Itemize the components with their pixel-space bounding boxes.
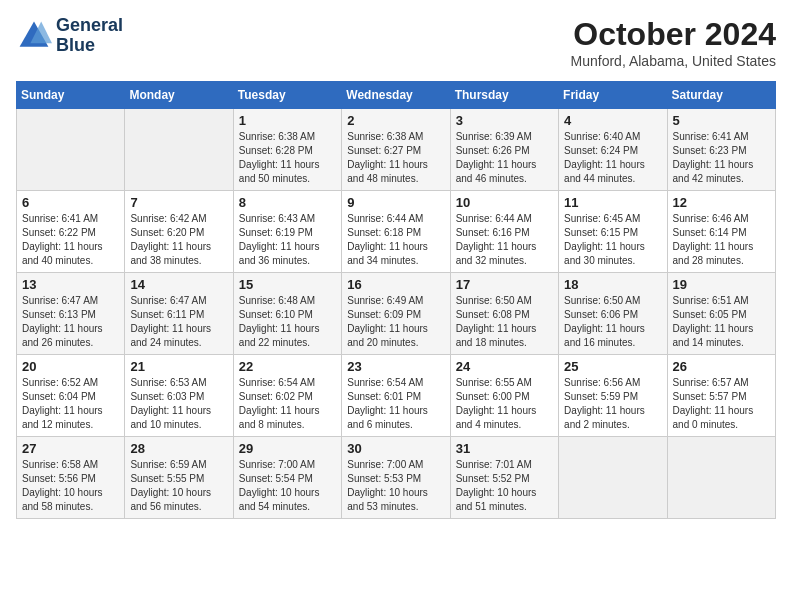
calendar-cell: 7Sunrise: 6:42 AMSunset: 6:20 PMDaylight… bbox=[125, 191, 233, 273]
day-detail: Sunrise: 6:41 AMSunset: 6:23 PMDaylight:… bbox=[673, 130, 770, 186]
day-number: 31 bbox=[456, 441, 553, 456]
weekday-header: Wednesday bbox=[342, 82, 450, 109]
day-number: 19 bbox=[673, 277, 770, 292]
day-number: 5 bbox=[673, 113, 770, 128]
day-number: 17 bbox=[456, 277, 553, 292]
calendar-cell: 20Sunrise: 6:52 AMSunset: 6:04 PMDayligh… bbox=[17, 355, 125, 437]
weekday-header: Saturday bbox=[667, 82, 775, 109]
day-detail: Sunrise: 6:42 AMSunset: 6:20 PMDaylight:… bbox=[130, 212, 227, 268]
day-number: 21 bbox=[130, 359, 227, 374]
day-number: 3 bbox=[456, 113, 553, 128]
day-detail: Sunrise: 6:57 AMSunset: 5:57 PMDaylight:… bbox=[673, 376, 770, 432]
day-detail: Sunrise: 7:00 AMSunset: 5:54 PMDaylight:… bbox=[239, 458, 336, 514]
day-number: 6 bbox=[22, 195, 119, 210]
day-number: 11 bbox=[564, 195, 661, 210]
day-number: 2 bbox=[347, 113, 444, 128]
day-detail: Sunrise: 7:01 AMSunset: 5:52 PMDaylight:… bbox=[456, 458, 553, 514]
calendar-cell: 1Sunrise: 6:38 AMSunset: 6:28 PMDaylight… bbox=[233, 109, 341, 191]
day-detail: Sunrise: 7:00 AMSunset: 5:53 PMDaylight:… bbox=[347, 458, 444, 514]
day-detail: Sunrise: 6:47 AMSunset: 6:13 PMDaylight:… bbox=[22, 294, 119, 350]
day-detail: Sunrise: 6:38 AMSunset: 6:28 PMDaylight:… bbox=[239, 130, 336, 186]
calendar-cell bbox=[125, 109, 233, 191]
day-number: 24 bbox=[456, 359, 553, 374]
calendar-cell: 9Sunrise: 6:44 AMSunset: 6:18 PMDaylight… bbox=[342, 191, 450, 273]
day-number: 27 bbox=[22, 441, 119, 456]
logo-text: General Blue bbox=[56, 16, 123, 56]
logo-icon bbox=[16, 18, 52, 54]
day-detail: Sunrise: 6:54 AMSunset: 6:01 PMDaylight:… bbox=[347, 376, 444, 432]
day-detail: Sunrise: 6:59 AMSunset: 5:55 PMDaylight:… bbox=[130, 458, 227, 514]
calendar-cell bbox=[17, 109, 125, 191]
day-number: 4 bbox=[564, 113, 661, 128]
day-detail: Sunrise: 6:51 AMSunset: 6:05 PMDaylight:… bbox=[673, 294, 770, 350]
calendar-header: SundayMondayTuesdayWednesdayThursdayFrid… bbox=[17, 82, 776, 109]
day-number: 1 bbox=[239, 113, 336, 128]
calendar-cell: 16Sunrise: 6:49 AMSunset: 6:09 PMDayligh… bbox=[342, 273, 450, 355]
day-detail: Sunrise: 6:58 AMSunset: 5:56 PMDaylight:… bbox=[22, 458, 119, 514]
calendar-cell: 28Sunrise: 6:59 AMSunset: 5:55 PMDayligh… bbox=[125, 437, 233, 519]
day-detail: Sunrise: 6:53 AMSunset: 6:03 PMDaylight:… bbox=[130, 376, 227, 432]
day-detail: Sunrise: 6:56 AMSunset: 5:59 PMDaylight:… bbox=[564, 376, 661, 432]
calendar-table: SundayMondayTuesdayWednesdayThursdayFrid… bbox=[16, 81, 776, 519]
calendar-cell: 3Sunrise: 6:39 AMSunset: 6:26 PMDaylight… bbox=[450, 109, 558, 191]
calendar-cell: 19Sunrise: 6:51 AMSunset: 6:05 PMDayligh… bbox=[667, 273, 775, 355]
calendar-cell: 10Sunrise: 6:44 AMSunset: 6:16 PMDayligh… bbox=[450, 191, 558, 273]
calendar-week-row: 1Sunrise: 6:38 AMSunset: 6:28 PMDaylight… bbox=[17, 109, 776, 191]
calendar-cell: 29Sunrise: 7:00 AMSunset: 5:54 PMDayligh… bbox=[233, 437, 341, 519]
day-number: 26 bbox=[673, 359, 770, 374]
day-detail: Sunrise: 6:50 AMSunset: 6:08 PMDaylight:… bbox=[456, 294, 553, 350]
calendar-cell bbox=[559, 437, 667, 519]
calendar-cell: 11Sunrise: 6:45 AMSunset: 6:15 PMDayligh… bbox=[559, 191, 667, 273]
day-number: 29 bbox=[239, 441, 336, 456]
day-number: 10 bbox=[456, 195, 553, 210]
weekday-header: Sunday bbox=[17, 82, 125, 109]
day-number: 7 bbox=[130, 195, 227, 210]
day-detail: Sunrise: 6:45 AMSunset: 6:15 PMDaylight:… bbox=[564, 212, 661, 268]
weekday-header: Monday bbox=[125, 82, 233, 109]
calendar-cell: 5Sunrise: 6:41 AMSunset: 6:23 PMDaylight… bbox=[667, 109, 775, 191]
calendar-title: October 2024 bbox=[571, 16, 776, 53]
day-detail: Sunrise: 6:44 AMSunset: 6:16 PMDaylight:… bbox=[456, 212, 553, 268]
day-number: 25 bbox=[564, 359, 661, 374]
calendar-subtitle: Munford, Alabama, United States bbox=[571, 53, 776, 69]
weekday-header: Tuesday bbox=[233, 82, 341, 109]
day-detail: Sunrise: 6:49 AMSunset: 6:09 PMDaylight:… bbox=[347, 294, 444, 350]
calendar-cell: 26Sunrise: 6:57 AMSunset: 5:57 PMDayligh… bbox=[667, 355, 775, 437]
weekday-row: SundayMondayTuesdayWednesdayThursdayFrid… bbox=[17, 82, 776, 109]
day-number: 9 bbox=[347, 195, 444, 210]
calendar-cell: 8Sunrise: 6:43 AMSunset: 6:19 PMDaylight… bbox=[233, 191, 341, 273]
day-detail: Sunrise: 6:38 AMSunset: 6:27 PMDaylight:… bbox=[347, 130, 444, 186]
calendar-week-row: 20Sunrise: 6:52 AMSunset: 6:04 PMDayligh… bbox=[17, 355, 776, 437]
title-block: October 2024 Munford, Alabama, United St… bbox=[571, 16, 776, 69]
page-header: General Blue October 2024 Munford, Alaba… bbox=[16, 16, 776, 69]
day-detail: Sunrise: 6:54 AMSunset: 6:02 PMDaylight:… bbox=[239, 376, 336, 432]
weekday-header: Friday bbox=[559, 82, 667, 109]
day-number: 13 bbox=[22, 277, 119, 292]
calendar-cell: 14Sunrise: 6:47 AMSunset: 6:11 PMDayligh… bbox=[125, 273, 233, 355]
calendar-cell: 24Sunrise: 6:55 AMSunset: 6:00 PMDayligh… bbox=[450, 355, 558, 437]
day-number: 22 bbox=[239, 359, 336, 374]
day-detail: Sunrise: 6:55 AMSunset: 6:00 PMDaylight:… bbox=[456, 376, 553, 432]
calendar-cell: 23Sunrise: 6:54 AMSunset: 6:01 PMDayligh… bbox=[342, 355, 450, 437]
calendar-cell: 21Sunrise: 6:53 AMSunset: 6:03 PMDayligh… bbox=[125, 355, 233, 437]
calendar-cell: 25Sunrise: 6:56 AMSunset: 5:59 PMDayligh… bbox=[559, 355, 667, 437]
day-number: 20 bbox=[22, 359, 119, 374]
weekday-header: Thursday bbox=[450, 82, 558, 109]
day-number: 30 bbox=[347, 441, 444, 456]
calendar-cell bbox=[667, 437, 775, 519]
day-detail: Sunrise: 6:43 AMSunset: 6:19 PMDaylight:… bbox=[239, 212, 336, 268]
calendar-cell: 30Sunrise: 7:00 AMSunset: 5:53 PMDayligh… bbox=[342, 437, 450, 519]
day-number: 16 bbox=[347, 277, 444, 292]
day-number: 15 bbox=[239, 277, 336, 292]
day-number: 8 bbox=[239, 195, 336, 210]
day-detail: Sunrise: 6:39 AMSunset: 6:26 PMDaylight:… bbox=[456, 130, 553, 186]
logo: General Blue bbox=[16, 16, 123, 56]
calendar-cell: 4Sunrise: 6:40 AMSunset: 6:24 PMDaylight… bbox=[559, 109, 667, 191]
day-number: 23 bbox=[347, 359, 444, 374]
day-detail: Sunrise: 6:46 AMSunset: 6:14 PMDaylight:… bbox=[673, 212, 770, 268]
day-number: 28 bbox=[130, 441, 227, 456]
calendar-week-row: 13Sunrise: 6:47 AMSunset: 6:13 PMDayligh… bbox=[17, 273, 776, 355]
calendar-cell: 6Sunrise: 6:41 AMSunset: 6:22 PMDaylight… bbox=[17, 191, 125, 273]
day-detail: Sunrise: 6:47 AMSunset: 6:11 PMDaylight:… bbox=[130, 294, 227, 350]
day-detail: Sunrise: 6:40 AMSunset: 6:24 PMDaylight:… bbox=[564, 130, 661, 186]
